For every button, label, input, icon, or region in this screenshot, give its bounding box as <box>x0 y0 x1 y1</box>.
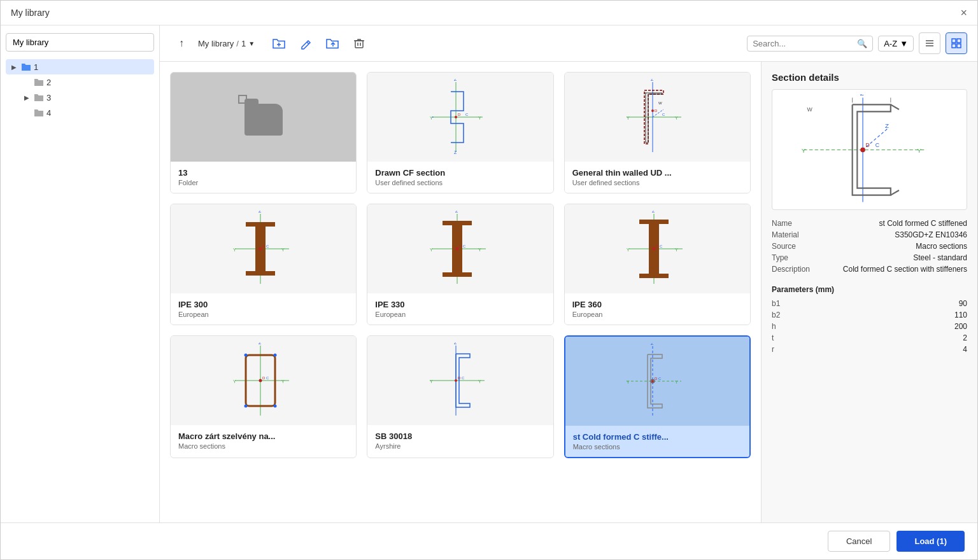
ipe330-svg: Y Y Z D C <box>419 211 502 287</box>
card-macro[interactable]: Y Y Z D C <box>170 335 357 458</box>
svg-text:D: D <box>262 244 266 248</box>
move-icon <box>325 36 339 50</box>
svg-text:Y: Y <box>478 379 481 384</box>
card-drawn-cf[interactable]: Y Y Z Z D C Drawn CF section <box>367 72 553 193</box>
sidebar-item-2[interactable]: 2 <box>18 74 154 90</box>
card-ipe360-preview: Y Y Z D C <box>565 204 750 293</box>
params-title: Parameters (mm) <box>762 283 977 299</box>
card-ipe300[interactable]: Y Y Z D C IPE 300 European <box>170 204 357 325</box>
details-title: Section details <box>762 62 977 89</box>
card-ipe300-type: European <box>178 311 348 318</box>
grid-view-button[interactable] <box>946 32 967 54</box>
svg-point-43 <box>259 248 262 251</box>
card-st-cold[interactable]: Y Y Z D C st Cold formed C stiffe... <box>564 335 751 458</box>
search-input[interactable] <box>753 39 854 48</box>
sidebar-item-1[interactable]: ▶ 1 <box>6 59 154 74</box>
move-button[interactable] <box>321 32 344 55</box>
param-value-b2: 110 <box>785 311 967 319</box>
svg-text:Z: Z <box>259 211 262 213</box>
prop-label-material: Material <box>772 230 810 239</box>
card-ipe360-info: IPE 360 European <box>565 293 750 325</box>
breadcrumb-root[interactable]: My library <box>198 39 234 48</box>
svg-text:Z: Z <box>454 79 457 81</box>
folder-icon-4 <box>34 108 44 118</box>
svg-text:Y: Y <box>430 248 433 252</box>
card-st-cold-info: st Cold formed C stiffe... Macro section… <box>565 426 749 457</box>
svg-rect-37 <box>246 222 275 227</box>
svg-point-65 <box>653 248 656 251</box>
card-st-cold-type: Macro sections <box>573 443 742 451</box>
list-view-button[interactable] <box>919 32 940 54</box>
sidebar-item-3[interactable]: ▶ 3 <box>18 90 154 105</box>
card-13-type: Folder <box>178 179 348 186</box>
macro-svg: Y Y Z D C <box>222 342 305 419</box>
svg-text:Y: Y <box>478 116 481 120</box>
card-drawn-cf-preview: Y Y Z Z D C <box>367 73 553 162</box>
card-ipe360[interactable]: Y Y Z D C IPE 360 European <box>564 204 751 325</box>
list-view-icon <box>925 38 935 48</box>
grid-view-icon <box>951 38 961 48</box>
breadcrumb-folder-dropdown[interactable]: 1 ▼ <box>241 39 255 48</box>
svg-text:Z: Z <box>454 150 457 155</box>
ipe300-svg: Y Y Z D C <box>222 211 305 287</box>
prop-label-description: Description <box>772 265 810 274</box>
svg-text:D: D <box>656 244 659 248</box>
card-sb30018[interactable]: Y Y Z D C SB 30018 Ayrshire <box>367 335 553 458</box>
prop-label-type: Type <box>772 253 810 262</box>
close-button[interactable]: × <box>960 7 967 18</box>
library-search-input[interactable] <box>6 33 154 52</box>
content-grid-area: 13 Folder <box>160 62 977 522</box>
search-icon: 🔍 <box>857 39 867 48</box>
card-ipe360-name: IPE 360 <box>572 300 742 309</box>
card-ipe330-info: IPE 330 European <box>367 293 553 325</box>
svg-text:Y: Y <box>801 146 805 153</box>
ipe360-svg: Y Y Z D C <box>616 211 698 287</box>
sb30018-svg: Y Y Z D C <box>419 342 502 419</box>
svg-point-22 <box>455 116 457 118</box>
svg-text:Y: Y <box>281 248 285 252</box>
svg-point-95 <box>651 380 654 382</box>
svg-text:Y: Y <box>917 146 921 153</box>
param-label-b2: b2 <box>772 311 780 319</box>
svg-text:Y: Y <box>627 248 630 252</box>
svg-point-77 <box>244 354 247 357</box>
svg-line-2 <box>307 42 309 44</box>
sidebar-item-label-3: 3 <box>46 93 51 102</box>
param-value-r: 4 <box>785 345 967 354</box>
sidebar-item-4[interactable]: 4 <box>18 105 154 120</box>
svg-rect-48 <box>443 221 472 225</box>
card-13-info: 13 Folder <box>171 162 356 193</box>
card-ipe330[interactable]: Y Y Z D C IPE 330 European <box>367 204 553 325</box>
card-general-thin[interactable]: Y Y Z D W C General thin wal <box>564 72 751 193</box>
card-ipe300-name: IPE 300 <box>178 300 348 309</box>
rename-icon <box>299 36 313 50</box>
rename-button[interactable] <box>294 32 317 55</box>
card-13[interactable]: 13 Folder <box>170 72 357 193</box>
svg-rect-12 <box>957 39 961 43</box>
card-st-cold-preview: Y Y Z D C <box>565 337 749 426</box>
sort-label: A-Z <box>884 39 897 48</box>
chevron-down-icon: ▼ <box>248 40 255 47</box>
sidebar-item-label-4: 4 <box>46 108 51 118</box>
sort-dropdown[interactable]: A-Z ▼ <box>878 36 914 52</box>
svg-text:D: D <box>458 113 461 116</box>
placeholder-chevron-4 <box>22 108 31 117</box>
new-folder-button[interactable] <box>267 32 290 55</box>
load-button[interactable]: Load (1) <box>896 531 965 552</box>
prop-value-type: Steel - standard <box>815 253 967 262</box>
delete-button[interactable] <box>348 32 371 55</box>
navigate-up-button[interactable]: ↑ <box>170 32 193 55</box>
card-13-preview <box>171 73 356 162</box>
card-grid: 13 Folder <box>170 72 751 458</box>
svg-rect-38 <box>246 271 275 276</box>
svg-text:Y: Y <box>627 116 630 120</box>
window-title: My library <box>11 8 50 18</box>
cancel-button[interactable]: Cancel <box>828 531 890 552</box>
card-drawn-cf-type: User defined sections <box>375 179 545 186</box>
card-sb30018-type: Ayrshire <box>375 442 545 450</box>
svg-text:Y: Y <box>430 116 433 120</box>
svg-text:Y: Y <box>675 248 678 252</box>
details-panel: Section details <box>761 62 977 522</box>
svg-point-54 <box>455 248 458 251</box>
card-ipe300-info: IPE 300 European <box>171 293 356 325</box>
